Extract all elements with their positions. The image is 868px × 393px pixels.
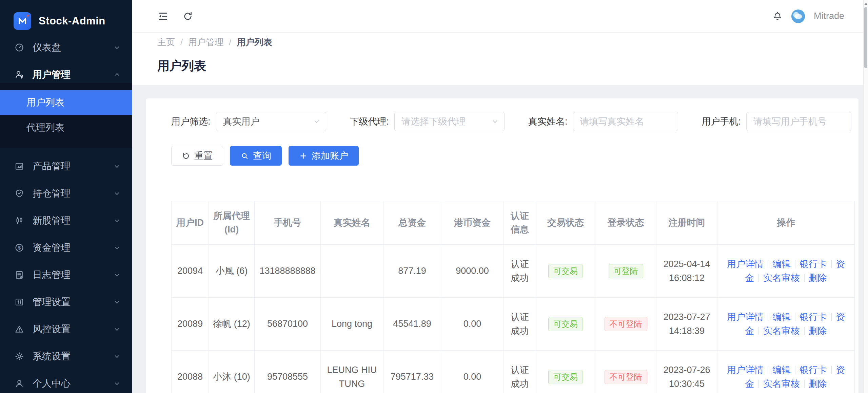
op-divider [831,260,832,268]
op-user-detail-link[interactable]: 用户详情 [727,365,764,375]
real-name-input[interactable] [573,112,678,131]
cell-phone: 13188888888 [255,245,321,298]
user-phone-input[interactable] [746,112,851,131]
op-edit-link[interactable]: 编辑 [772,259,791,269]
op-divider [768,366,768,374]
reset-button[interactable]: 重置 [171,146,223,166]
user-avatar[interactable] [791,10,805,23]
op-edit-link[interactable]: 编辑 [772,312,791,322]
bell-icon[interactable] [772,11,783,21]
sidebar-item-fund-management[interactable]: $ 资金管理 [0,239,132,256]
breadcrumb-home[interactable]: 主页 [157,36,175,48]
user-table: 用户ID 所属代理 (Id) 手机号 真实姓名 总资金 港币资金 认证信息 交易… [171,201,855,393]
add-account-button[interactable]: 添加账户 [289,146,359,166]
sidebar-item-product-management[interactable]: 产品管理 [0,158,132,175]
sidebar-item-agent-list[interactable]: 代理列表 [0,115,132,140]
chevron-up-icon [113,71,121,78]
sidebar-item-label: 日志管理 [33,268,113,281]
sidebar: Stock-Admin 仪表盘 用户管理 [0,0,132,393]
main-area: Mitrade 主页 / 用户管理 / 用户列表 用户列表 用户筛选: 真实用户 [132,0,863,393]
cell-reg-time: 2023-07-27 14:18:39 [656,298,717,351]
op-delete-link[interactable]: 删除 [809,273,827,283]
sub-agent-select[interactable]: 请选择下级代理 [394,112,505,131]
filter-label: 用户筛选: [171,115,211,128]
cell-trade-status: 可交易 [536,298,595,351]
filter-real-name: 真实姓名: [528,112,678,131]
user-name: Mitrade [814,11,844,21]
chevron-down-icon [113,163,121,170]
op-user-detail-link[interactable]: 用户详情 [727,259,764,269]
chevron-down-icon [113,44,121,51]
op-divider [795,260,795,268]
query-label: 查询 [253,150,271,162]
sidebar-item-label: 管理设置 [33,296,113,308]
user-type-select[interactable]: 真实用户 [216,112,326,131]
sidebar-item-label: 代理列表 [26,121,64,134]
query-button[interactable]: 查询 [230,146,282,166]
sidebar-item-admin-settings[interactable]: 管理设置 [0,294,132,311]
sidebar-item-user-management[interactable]: 用户管理 [0,66,132,83]
topbar-right: Mitrade [772,10,844,23]
op-divider [768,313,768,321]
op-user-detail-link[interactable]: 用户详情 [727,312,764,322]
col-phone: 手机号 [255,201,321,245]
admin-panel-icon [14,297,24,307]
op-bank-card-link[interactable]: 银行卡 [800,365,827,375]
op-edit-link[interactable]: 编辑 [772,365,791,375]
page-scrollbar[interactable] [863,0,868,393]
scrollbar-thumb[interactable] [864,7,867,68]
trade-status-badge: 可交易 [548,264,583,278]
op-bank-card-link[interactable]: 银行卡 [800,312,827,322]
cell-hkd-funds: 0.00 [441,298,504,351]
op-divider [804,274,805,282]
col-auth-info: 认证信息 [504,201,536,245]
refresh-icon[interactable] [182,11,193,22]
cell-trade-status: 可交易 [536,351,595,393]
col-hkd-funds: 港币资金 [441,201,504,245]
sidebar-nav: 仪表盘 用户管理 用户列表 代理列表 [0,39,132,393]
cell-agent: 徐帆 (12) [209,298,255,351]
filter-label: 真实姓名: [528,115,568,128]
user-list-card: 用户筛选: 真实用户 下级代理: 请选择下级代理 [146,98,859,393]
cell-auth-info: 认证成功 [504,245,536,298]
scrollbar-up-arrow-icon[interactable] [864,3,868,5]
user-management-submenu: 用户列表 代理列表 [0,83,132,148]
filter-sub-agent: 下级代理: 请选择下级代理 [350,112,505,131]
cell-auth-info: 认证成功 [504,298,536,351]
sidebar-item-position-management[interactable]: 持仓管理 [0,185,132,202]
cell-login-status: 不可登陆 [595,298,656,351]
breadcrumb: 主页 / 用户管理 / 用户列表 [157,33,863,52]
table-row: 20089 徐帆 (12) 56870100 Long tong 45541.8… [172,298,855,351]
col-reg-time: 注册时间 [656,201,717,245]
breadcrumb-user-management[interactable]: 用户管理 [188,36,223,48]
op-divider [758,274,759,282]
op-delete-link[interactable]: 删除 [809,326,827,336]
sidebar-item-risk-settings[interactable]: 风控设置 [0,321,132,338]
cell-operations: 用户详情编辑银行卡资金实名审核删除 [717,298,855,351]
product-chart-icon [14,161,24,171]
sidebar-item-user-list[interactable]: 用户列表 [0,90,132,115]
plus-icon [299,152,308,160]
op-delete-link[interactable]: 删除 [809,379,827,389]
sidebar-item-label: 用户管理 [33,68,113,81]
svg-text:$: $ [18,245,21,250]
sidebar-item-dashboard[interactable]: 仪表盘 [0,39,132,56]
op-kyc-audit-link[interactable]: 实名审核 [763,273,800,283]
sidebar-item-personal-center[interactable]: 个人中心 [0,375,132,392]
op-kyc-audit-link[interactable]: 实名审核 [763,326,800,336]
op-bank-card-link[interactable]: 银行卡 [800,259,827,269]
sidebar-item-log-management[interactable]: 日志管理 [0,266,132,283]
sidebar-collapse-icon[interactable] [157,11,169,22]
cell-phone: 56870100 [255,298,321,351]
cell-hkd-funds: 0.00 [441,351,504,393]
op-divider [804,327,805,335]
op-divider [795,366,795,374]
chevron-down-icon [491,118,499,125]
chevron-down-icon [113,244,121,251]
op-kyc-audit-link[interactable]: 实名审核 [763,379,800,389]
select-placeholder: 请选择下级代理 [401,115,491,128]
sidebar-item-system-settings[interactable]: 系统设置 [0,348,132,365]
col-trade-status: 交易状态 [536,201,595,245]
sidebar-item-new-stock-management[interactable]: 新股管理 [0,212,132,229]
cell-total-funds: 45541.89 [383,298,441,351]
